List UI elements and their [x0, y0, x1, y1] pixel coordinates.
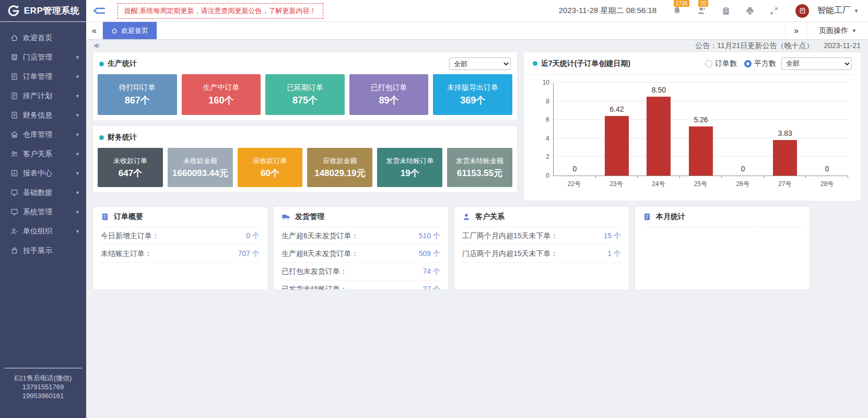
- printer-icon[interactable]: [742, 6, 758, 16]
- finance-stat-card[interactable]: 发货未结账金额61153.55元: [447, 148, 512, 187]
- finance-stat-card[interactable]: 未收款订单647个: [98, 148, 163, 187]
- chart-xtick-label: 22号: [553, 180, 595, 189]
- tabs-scroll-right-icon[interactable]: »: [785, 22, 807, 39]
- bar-value-label: 8.50: [638, 86, 680, 94]
- store-icon: [10, 53, 18, 61]
- chart-bar-column[interactable]: 8.50: [638, 83, 680, 176]
- summary-row-value[interactable]: 0 个: [246, 231, 260, 241]
- chart-bar-column[interactable]: 3.83: [764, 83, 806, 176]
- sidebar-item-report-center[interactable]: 报表中心▼: [0, 164, 86, 183]
- chart-bar-column[interactable]: 0: [722, 83, 764, 176]
- production-stat-card[interactable]: 已打包订单89个: [349, 74, 429, 115]
- company-menu[interactable]: 智能工厂 ▼: [817, 5, 859, 16]
- stat-label: 生产中订单: [203, 83, 239, 92]
- sidebar-item-warehouse-mgmt[interactable]: 仓库管理▼: [0, 125, 86, 144]
- current-datetime: 2023-11-28 星期二 08:56:18: [559, 6, 656, 16]
- clipboard-icon[interactable]: [718, 6, 734, 16]
- chart-bar-column[interactable]: 5.26: [680, 83, 722, 176]
- sidebar-item-customer-relations[interactable]: 客户关系▼: [0, 144, 86, 164]
- radio-selected[interactable]: 平方数: [744, 59, 776, 68]
- production-stat-card[interactable]: 已延期订单875个: [265, 74, 345, 115]
- chart-metric-radios: 订单数平方数: [705, 59, 776, 68]
- announcement[interactable]: 公告：11月21日更新公告（晚十点） 2023-11-21: [695, 41, 861, 51]
- user-avatar[interactable]: [795, 4, 809, 18]
- chart-bar-column[interactable]: 0: [806, 83, 848, 176]
- logo-mark-icon: [7, 4, 20, 18]
- bar: [773, 140, 797, 176]
- summary-row-value[interactable]: 74 个: [423, 267, 440, 276]
- sidebar-item-label: 订单管理: [23, 72, 52, 82]
- home-icon: [111, 28, 118, 34]
- dashboard-content: 公告：11月21日更新公告（晚十点） 2023-11-21 生产统计 全部: [86, 39, 868, 418]
- finance-stat-card[interactable]: 应收款订单60个: [238, 148, 303, 187]
- page-actions-menu[interactable]: 页面操作 ▼: [807, 22, 868, 39]
- summary-row-label: 工厂两个月内超15天未下单：: [462, 231, 558, 241]
- production-stats-title: 生产统计: [108, 59, 137, 68]
- chart-ytick-label: 0: [546, 172, 549, 179]
- finance-stat-card[interactable]: 发货未结账订单19个: [377, 148, 442, 187]
- sidebar-item-lashou-display[interactable]: 拉手展示: [0, 241, 86, 260]
- chart-xtick: [848, 176, 848, 178]
- sidebar-item-order-mgmt[interactable]: 订单管理▼: [0, 67, 86, 86]
- finance-stat-card[interactable]: 应收款金额148029.19元: [307, 148, 372, 187]
- radio-option[interactable]: 订单数: [705, 59, 737, 68]
- tab-welcome-home[interactable]: 欢迎首页: [103, 22, 157, 39]
- stat-label: 未排版导出订单: [447, 83, 498, 92]
- sidebar-item-welcome-home[interactable]: 欢迎首页: [0, 28, 86, 48]
- summary-cards-row: 订单概要今日新增主订单：0 个未结账主订单：707 个发货管理生产超6天未发货订…: [93, 207, 861, 289]
- sidebar-item-label: 基础数据: [23, 188, 52, 198]
- summary-row: 已打包未发货订单：74 个: [281, 263, 440, 281]
- summary-card-shipping-mgmt: 发货管理生产超6天未发货订单：510 个生产超8天未发货订单：509 个已打包未…: [274, 207, 448, 289]
- stat-label: 已打包订单: [371, 83, 407, 92]
- chart-xtick-label: 27号: [764, 180, 806, 189]
- notifications-bell-icon[interactable]: 1726: [669, 6, 685, 16]
- app-logo: ERP管理系统: [0, 0, 86, 21]
- chevron-down-icon: ▼: [75, 113, 80, 118]
- summary-row-value[interactable]: 509 个: [419, 249, 440, 259]
- summary-row-value[interactable]: 15 个: [604, 231, 621, 241]
- collapse-sidebar-icon[interactable]: [93, 6, 105, 16]
- finance-stat-card[interactable]: 未收款金额1660093.44元: [168, 148, 233, 187]
- speaker-icon[interactable]: [93, 41, 102, 50]
- summary-row-value[interactable]: 27 个: [423, 285, 440, 290]
- chevron-down-icon: ▼: [75, 229, 80, 234]
- stat-value: 160个: [208, 94, 233, 107]
- monitor-icon: [10, 208, 18, 216]
- finance-stats-panel: 财务统计 未收款订单647个未收款金额1660093.44元应收款订单60个应收…: [93, 126, 517, 192]
- top-bar-main: 提醒:系统每周定期更新，请注意查阅更新公告，了解更新内容！ 2023-11-28…: [86, 0, 868, 21]
- finance-stats-title: 财务统计: [108, 133, 137, 142]
- top-bar: ERP管理系统 提醒:系统每周定期更新，请注意查阅更新公告，了解更新内容！ 20…: [0, 0, 868, 22]
- summary-row-value[interactable]: 510 个: [419, 231, 440, 241]
- handle-icon: [10, 247, 18, 254]
- summary-card-header: 本月统计: [643, 207, 802, 227]
- tabs-scroll-left-icon[interactable]: «: [86, 22, 103, 39]
- summary-card-order-summary: 订单概要今日新增主订单：0 个未结账主订单：707 个: [93, 207, 267, 289]
- chart-bar-column[interactable]: 0: [554, 83, 596, 176]
- summary-row-value[interactable]: 707 个: [238, 249, 260, 259]
- company-name: 智能工厂: [817, 5, 851, 16]
- stat-value: 60个: [261, 167, 279, 179]
- production-stat-card[interactable]: 待打印订单867个: [98, 74, 177, 115]
- sidebar-item-system-mgmt[interactable]: 系统管理▼: [0, 202, 86, 222]
- summary-card-header: 客户关系: [462, 207, 621, 227]
- chart-filter-select[interactable]: 全部: [781, 57, 852, 70]
- sidebar-item-production-plan[interactable]: 排产计划▼: [0, 86, 86, 106]
- chart-bar-column[interactable]: 6.42: [596, 83, 638, 176]
- sidebar-item-base-data[interactable]: 基础数据▼: [0, 183, 86, 202]
- summary-card-month-stats: 本月统计: [635, 207, 810, 289]
- weekly-chart-panel: 近7天统计(子订单创建日期) 订单数平方数 全部 024681006.428.5…: [524, 52, 861, 201]
- sidebar-item-store-mgmt[interactable]: 门店管理▼: [0, 48, 86, 67]
- summary-row-value[interactable]: 1 个: [607, 249, 621, 259]
- production-filter-select[interactable]: 全部: [449, 57, 511, 70]
- production-stat-card[interactable]: 生产中订单160个: [182, 74, 261, 115]
- chart-xtick: [679, 176, 680, 178]
- contacts-icon[interactable]: 20: [694, 6, 710, 16]
- stat-label: 发货未结账金额: [456, 156, 503, 166]
- production-stat-card[interactable]: 未排版导出订单369个: [433, 74, 512, 115]
- chevron-down-icon: ▼: [75, 74, 80, 79]
- sidebar-item-finance-info[interactable]: 财务信息▼: [0, 106, 86, 125]
- fullscreen-icon[interactable]: [766, 6, 782, 16]
- chart-xtick-label: 25号: [679, 180, 722, 189]
- sidebar-item-org-unit[interactable]: 单位组织▼: [0, 222, 86, 241]
- chevron-down-icon: ▼: [75, 152, 80, 157]
